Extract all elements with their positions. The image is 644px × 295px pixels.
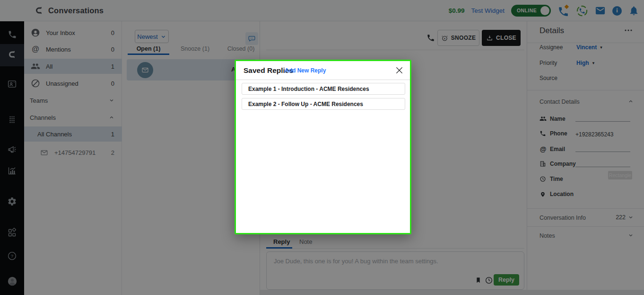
saved-reply-item[interactable]: Example 2 - Follow Up - ACME Residences	[242, 98, 405, 110]
close-icon[interactable]	[394, 65, 404, 75]
saved-reply-item[interactable]: Example 1 - Introduction - ACME Residenc…	[242, 83, 405, 95]
saved-replies-modal: Saved Replies Add New Reply Example 1 - …	[235, 60, 411, 234]
add-new-reply-link[interactable]: Add New Reply	[285, 67, 326, 74]
app-window: ? Conversations $0.99 Test Widget ONLINE	[0, 0, 644, 295]
modal-header: Saved Replies Add New Reply	[236, 61, 410, 80]
